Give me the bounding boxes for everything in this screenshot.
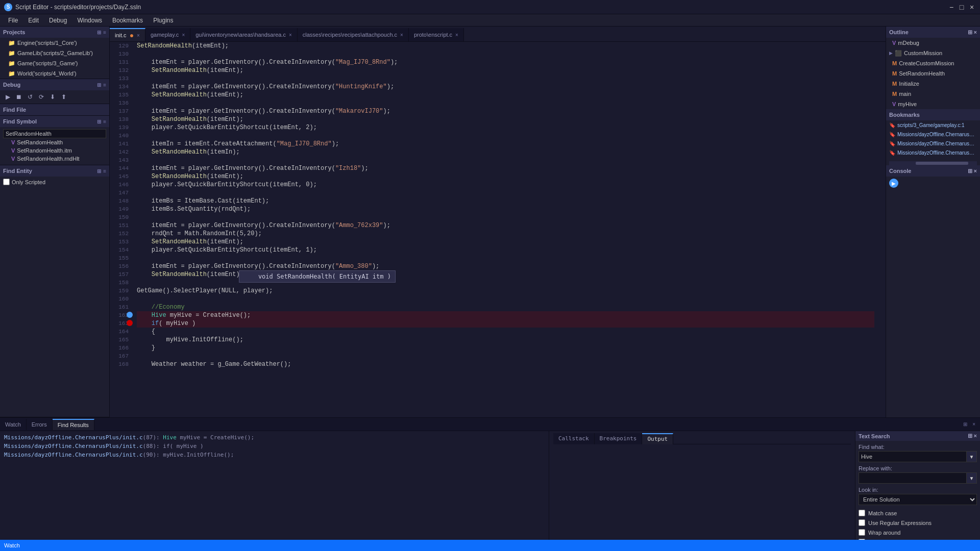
outline-myhive[interactable]: V myHive (886, 99, 980, 109)
find-entity-menu-icon[interactable]: ≡ (103, 168, 106, 174)
outline-initialize[interactable]: M Initialize (886, 79, 980, 89)
bottom-tab-find-results[interactable]: Find Results (53, 419, 94, 430)
symbol-result-1[interactable]: V SetRandomHealth (3, 138, 106, 146)
project-gamelib[interactable]: 📁 GameLib('scripts/2_GameLib') (0, 48, 109, 58)
outline-main[interactable]: M main (886, 89, 980, 99)
replace-with-dropdown-btn[interactable]: ▼ (967, 472, 977, 484)
use-regex-checkbox[interactable] (859, 519, 865, 526)
symbol-result-2[interactable]: V SetRandomHealth.itm (3, 146, 106, 155)
console-collapse-icon[interactable]: ⊞ (968, 168, 972, 174)
projects-menu-icon[interactable]: ≡ (103, 30, 106, 35)
find-symbol-menu-icon[interactable]: ≡ (103, 119, 106, 124)
debug-restart-btn[interactable]: ↺ (26, 92, 35, 102)
menu-bookmarks[interactable]: Bookmarks (108, 16, 147, 25)
outline-header[interactable]: Outline ⊞ × (886, 27, 980, 38)
bookmarks-header[interactable]: Bookmarks (886, 109, 980, 120)
projects-header[interactable]: Projects ⊞ ≡ (0, 27, 109, 38)
outline-setrandomhealth[interactable]: M SetRandomHealth (886, 68, 980, 79)
tab-bar: init.c ● × gameplay.c × gui\inventorynew… (110, 27, 886, 42)
symbol-result-3[interactable]: V SetRandomHealth.rndHlt (3, 155, 106, 163)
project-world[interactable]: 📁 World('scripts/4_World') (0, 68, 109, 79)
match-case-checkbox[interactable] (859, 510, 865, 516)
find-result-3[interactable]: Missions/dayzOffline.ChernarusPlus/init.… (4, 450, 545, 459)
text-search-close-icon[interactable]: × (974, 433, 977, 439)
find-what-dropdown-btn[interactable]: ▼ (967, 451, 977, 462)
find-what-input[interactable] (859, 451, 967, 462)
close-button[interactable]: × (968, 3, 976, 11)
menu-debug[interactable]: Debug (45, 16, 71, 25)
outline-custommission[interactable]: ▶ ⬛ CustomMission (886, 48, 980, 58)
output-tab-callstack-label: Callstack (558, 435, 589, 442)
debug-stop-btn[interactable]: ⏹ (14, 92, 23, 102)
outline-menu-icon[interactable]: × (974, 29, 977, 35)
tab-gameplay-close-icon[interactable]: × (182, 32, 185, 38)
find-results-menu-icon[interactable]: × (971, 421, 977, 428)
output-tab-breakpoints[interactable]: Breakpoints (595, 433, 643, 444)
tab-attachpouch-close-icon[interactable]: × (400, 32, 403, 38)
only-scripted-checkbox[interactable] (3, 179, 10, 185)
editor-scrollbar[interactable] (878, 42, 886, 368)
debug-header[interactable]: Debug ⊞ ≡ (0, 79, 109, 90)
minimize-button[interactable]: − (947, 3, 955, 11)
outline-createcustommission[interactable]: M CreateCustomMission (886, 58, 980, 68)
bookmark-2[interactable]: 🔖 Missions/dayzOffline.ChernarusPlus/ini… (886, 130, 980, 139)
debug-step-out-btn[interactable]: ⬆ (59, 92, 68, 102)
tab-enscript[interactable]: proto\enscript.c × (409, 28, 464, 41)
find-results-collapse-icon[interactable]: ⊞ (962, 421, 969, 428)
menu-windows[interactable]: Windows (73, 16, 106, 25)
console-header[interactable]: Console ⊞ × (886, 165, 980, 177)
debug-menu-icon[interactable]: ≡ (103, 82, 106, 88)
tab-init[interactable]: init.c ● × (110, 28, 145, 41)
projects-collapse-icon[interactable]: ⊞ (97, 30, 101, 35)
menu-plugins[interactable]: Plugins (149, 16, 177, 25)
tab-handsarea[interactable]: gui\inventorynew\areas\handsarea.c × (190, 28, 298, 41)
bottom-tab-errors[interactable]: Errors (27, 419, 53, 430)
wrap-around-checkbox[interactable] (859, 529, 865, 536)
outline-scrollbar-track[interactable] (889, 161, 977, 165)
tab-attachpouch[interactable]: classes\recipes\recipes\attachpouch.c × (298, 28, 409, 41)
console-send-button[interactable]: ▶ (889, 179, 898, 188)
text-search-header[interactable]: Text Search ⊞ × (855, 431, 980, 441)
find-results-panel[interactable]: Missions/dayzOffline.ChernarusPlus/init.… (0, 431, 549, 540)
text-search-collapse-icon[interactable]: ⊞ (968, 433, 972, 439)
find-entity-collapse-icon[interactable]: ⊞ (97, 168, 101, 174)
outline-mdebug[interactable]: V mDebug (886, 38, 980, 48)
look-in-select[interactable]: Entire Solution Current File Current Pro… (859, 494, 977, 505)
find-result-1[interactable]: Missions/dayzOffline.ChernarusPlus/init.… (4, 433, 545, 442)
bottom-tab-watch[interactable]: Watch (0, 419, 27, 430)
debug-step-over-btn[interactable]: ⟳ (37, 92, 46, 102)
project-engine[interactable]: 📁 Engine('scripts/1_Core') (0, 38, 109, 48)
find-file-header[interactable]: Find File (0, 104, 109, 115)
find-result-2[interactable]: Missions/dayzOffline.ChernarusPlus/init.… (4, 442, 545, 450)
title-bar: S Script Editor - scripts/editor/project… (0, 0, 980, 14)
outline-collapse-icon[interactable]: ⊞ (968, 29, 972, 35)
debug-play-btn[interactable]: ▶ (3, 92, 12, 102)
replace-with-label: Replace with: (859, 465, 977, 471)
tab-init-close-icon[interactable]: × (137, 33, 140, 38)
replace-with-input[interactable] (859, 472, 967, 484)
find-entity-header[interactable]: Find Entity ⊞ ≡ (0, 165, 109, 177)
status-watch[interactable]: Watch (4, 542, 20, 548)
debug-collapse-icon[interactable]: ⊞ (97, 82, 101, 88)
only-scripted-label: Only Scripted (12, 179, 45, 185)
find-symbol-collapse-icon[interactable]: ⊞ (97, 119, 101, 124)
console-menu-icon[interactable]: × (974, 168, 977, 174)
output-tab-callstack[interactable]: Callstack (553, 433, 595, 444)
menu-edit[interactable]: Edit (24, 16, 43, 25)
bookmark-1[interactable]: 🔖 scripts/3_Game/gameplay.c:1 (886, 120, 980, 130)
bookmark-4[interactable]: 🔖 Missions/dayzOffline.ChernarusPlus/ini… (886, 148, 980, 157)
maximize-button[interactable]: □ (958, 3, 966, 11)
output-tab-output[interactable]: Output (642, 433, 673, 444)
tab-enscript-close-icon[interactable]: × (455, 32, 458, 38)
find-symbol-header[interactable]: Find Symbol ⊞ ≡ (0, 116, 109, 127)
window-controls: − □ × (947, 3, 976, 11)
find-symbol-input[interactable] (3, 129, 106, 138)
outline-scrollbar-thumb[interactable] (916, 162, 968, 165)
debug-step-into-btn[interactable]: ⬇ (48, 92, 57, 102)
code-editor[interactable]: 129 130 131 132 133 134 135 136 137 138 … (110, 42, 886, 417)
tab-gameplay[interactable]: gameplay.c × (145, 28, 190, 41)
bookmark-3[interactable]: 🔖 Missions/dayzOffline.ChernarusPlus/ini… (886, 139, 980, 148)
menu-file[interactable]: File (4, 16, 22, 25)
tab-handsarea-close-icon[interactable]: × (289, 32, 292, 38)
project-game[interactable]: 📁 Game('scripts/3_Game') (0, 58, 109, 68)
